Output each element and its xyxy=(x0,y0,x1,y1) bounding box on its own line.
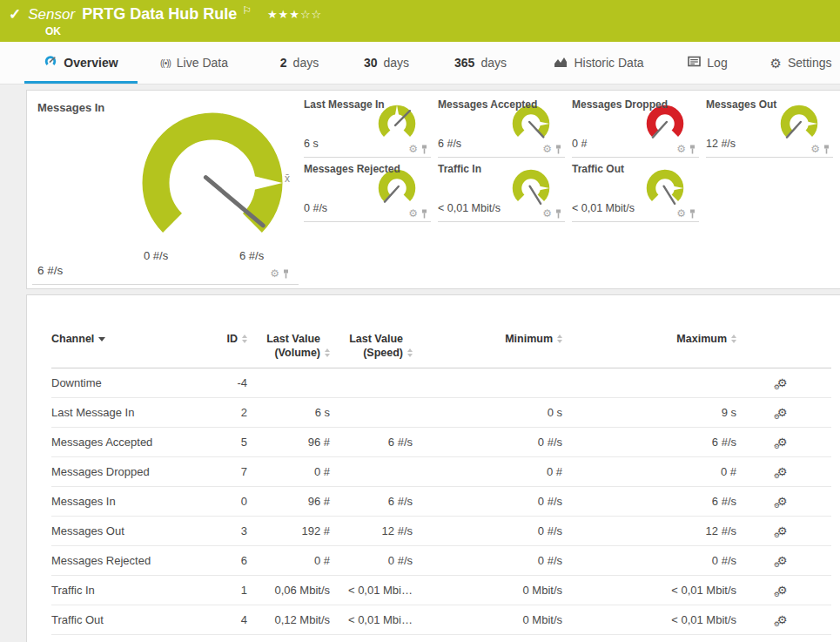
gauge-pin-icon[interactable] xyxy=(554,209,562,219)
gauge-value: 12 #/s xyxy=(706,138,736,150)
gauge-gear-icon[interactable]: ⚙ xyxy=(270,268,279,279)
settings-gear-icon: ⚙ xyxy=(769,57,781,70)
gauge-label: Messages In xyxy=(37,101,104,114)
gauge-corner-icons: ⚙ xyxy=(408,208,428,219)
gauge-gear-icon[interactable]: ⚙ xyxy=(408,208,418,219)
table-row-downtime: Downtime-4⚙⚙ xyxy=(51,368,831,398)
gauge-value: 0 #/s xyxy=(304,202,327,214)
gauge-pin-icon[interactable] xyxy=(554,145,562,154)
tab-log[interactable]: Log xyxy=(686,42,729,84)
column-label-line2: (Speed) xyxy=(363,346,403,360)
maximum-cell: 9 s xyxy=(562,406,736,419)
channel-settings-gears-icon[interactable]: ⚙⚙ xyxy=(777,406,788,419)
gauge-value: < 0,01 Mbit/s xyxy=(572,202,635,214)
tab-30-days[interactable]: 30days xyxy=(361,42,412,84)
last-value-volume-cell: 0,12 Mbit/s xyxy=(247,613,330,626)
gauge-icon xyxy=(44,55,57,71)
channel-settings-gears-icon[interactable]: ⚙⚙ xyxy=(777,584,788,597)
last-value-speed-cell: 12 #/s xyxy=(330,524,413,537)
channel-settings-gears-icon[interactable]: ⚙⚙ xyxy=(777,495,788,508)
channel-settings-gears-icon[interactable]: ⚙⚙ xyxy=(777,613,788,626)
gauge-gear-icon[interactable]: ⚙ xyxy=(676,144,686,154)
gauge-cell-messages-dropped[interactable]: Messages Dropped0 #⚙ xyxy=(572,94,699,158)
tab-365-days[interactable]: 365days xyxy=(451,42,510,84)
channel-actions-cell: ⚙⚙ xyxy=(736,406,828,419)
column-header-vol[interactable]: Last Value(Volume) xyxy=(247,332,330,360)
tab-settings[interactable]: ⚙Settings xyxy=(766,42,836,84)
table-row-traffic-out: Traffic Out40,12 Mbit/s< 0,01 Mbi…0 Mbit… xyxy=(51,605,831,635)
channel-name-cell: Messages In xyxy=(51,495,208,508)
maximum-cell: 0 #/s xyxy=(562,554,736,567)
channel-name-cell: Messages Rejected xyxy=(51,554,208,567)
log-icon xyxy=(688,56,701,70)
table-row-messages-out: Messages Out3192 #12 #/s0 #/s12 #/s⚙⚙ xyxy=(51,517,831,546)
gauge-label: Messages Out xyxy=(706,98,776,111)
tab-label: Live Data xyxy=(177,56,228,70)
tab-2-days[interactable]: 2days xyxy=(277,42,322,84)
tab-number: 30 xyxy=(364,56,378,70)
channel-table-panel: ChannelIDLast Value(Volume)Last Value(Sp… xyxy=(26,294,840,642)
live-data-icon: ((•)) xyxy=(160,58,171,68)
priority-stars[interactable]: ★★★☆☆ xyxy=(267,8,322,21)
gauge-cell-messages-accepted[interactable]: Messages Accepted6 #/s⚙ xyxy=(438,94,565,158)
gauge-cell-messages-out[interactable]: Messages Out12 #/s⚙ xyxy=(706,94,833,158)
gauge-value: 6 #/s xyxy=(37,264,63,277)
last-value-speed-cell: < 0,01 Mbi… xyxy=(330,584,413,597)
column-label: ID xyxy=(227,332,239,346)
gauge-label: Messages Accepted xyxy=(438,98,537,111)
gauge-label: Messages Dropped xyxy=(572,98,668,111)
gauge-cell-messages-in[interactable]: Messages In 0 #/s 6 #/s x̄ 6 #/s ⚙ xyxy=(32,94,299,285)
gauge-pin-icon[interactable] xyxy=(420,209,428,219)
column-header-max[interactable]: Maximum xyxy=(562,332,736,346)
channel-actions-cell: ⚙⚙ xyxy=(736,613,828,626)
gauge-cell-messages-rejected[interactable]: Messages Rejected0 #/s⚙ xyxy=(304,159,431,222)
channel-actions-cell: ⚙⚙ xyxy=(736,376,828,389)
gauge-cell-traffic-in[interactable]: Traffic In< 0,01 Mbit/s⚙ xyxy=(438,159,565,222)
table-row-traffic-in: Traffic In10,06 Mbit/s< 0,01 Mbi…0 Mbit/… xyxy=(51,576,831,605)
channel-settings-gears-icon[interactable]: ⚙⚙ xyxy=(777,465,788,478)
gauge-pin-icon[interactable] xyxy=(689,209,696,219)
channel-settings-gears-icon[interactable]: ⚙⚙ xyxy=(777,554,788,567)
gauge-cell-traffic-out[interactable]: Traffic Out< 0,01 Mbit/s⚙ xyxy=(572,159,699,222)
gauge-cell-last-message-in[interactable]: Last Message In6 s⚙ xyxy=(304,94,431,158)
column-header-speed[interactable]: Last Value(Speed) xyxy=(330,332,413,360)
column-header-min[interactable]: Minimum xyxy=(413,332,562,346)
gauge-gear-icon[interactable]: ⚙ xyxy=(408,144,418,154)
maximum-cell: 6 #/s xyxy=(562,436,736,449)
gauge-gear-icon[interactable]: ⚙ xyxy=(542,144,552,154)
minimum-cell: 0 s xyxy=(413,406,562,419)
tab-overview[interactable]: Overview xyxy=(24,42,138,84)
tab-historic-data[interactable]: Historic Data xyxy=(547,42,651,84)
tab-label: Settings xyxy=(788,56,832,70)
tab-live-data[interactable]: ((•))Live Data xyxy=(157,42,232,84)
gauge-gear-icon[interactable]: ⚙ xyxy=(676,208,686,219)
gauge-pin-icon[interactable] xyxy=(420,145,428,154)
minimum-cell: 0 Mbit/s xyxy=(413,613,562,626)
channel-settings-gears-icon[interactable]: ⚙⚙ xyxy=(777,524,788,537)
channel-settings-gears-icon[interactable]: ⚙⚙ xyxy=(777,376,788,389)
gauge-label: Messages Rejected xyxy=(304,163,400,175)
column-header-channel[interactable]: Channel xyxy=(51,332,208,346)
gauge-gear-icon[interactable]: ⚙ xyxy=(810,144,820,154)
gauge-corner-icons: ⚙ xyxy=(810,144,830,154)
tab-label: days xyxy=(293,56,319,70)
gauge-pin-icon[interactable] xyxy=(689,145,696,154)
gauge-label: Last Message In xyxy=(304,98,385,111)
channel-settings-gears-icon[interactable]: ⚙⚙ xyxy=(777,436,788,449)
average-marker-label: x̄ xyxy=(285,172,290,185)
channel-id-cell: 3 xyxy=(208,524,247,537)
column-header-id[interactable]: ID xyxy=(208,332,247,346)
table-row-messages-accepted: Messages Accepted596 #6 #/s0 #/s6 #/s⚙⚙ xyxy=(51,428,831,457)
table-header-row: ChannelIDLast Value(Volume)Last Value(Sp… xyxy=(51,332,831,368)
tab-bar: Overview((•))Live Data2days30days365days… xyxy=(0,42,840,84)
flag-icon[interactable]: ⚐ xyxy=(242,4,252,17)
gauge-label: Traffic In xyxy=(438,163,481,175)
tab-label: days xyxy=(384,56,410,70)
historic-data-icon xyxy=(554,56,568,71)
gauge-pin-icon[interactable] xyxy=(282,269,290,279)
stars-empty: ☆☆ xyxy=(300,8,322,21)
maximum-cell: < 0,01 Mbit/s xyxy=(562,584,736,597)
channel-id-cell: 0 xyxy=(208,495,247,508)
gauge-pin-icon[interactable] xyxy=(823,145,830,154)
gauge-gear-icon[interactable]: ⚙ xyxy=(542,208,552,219)
